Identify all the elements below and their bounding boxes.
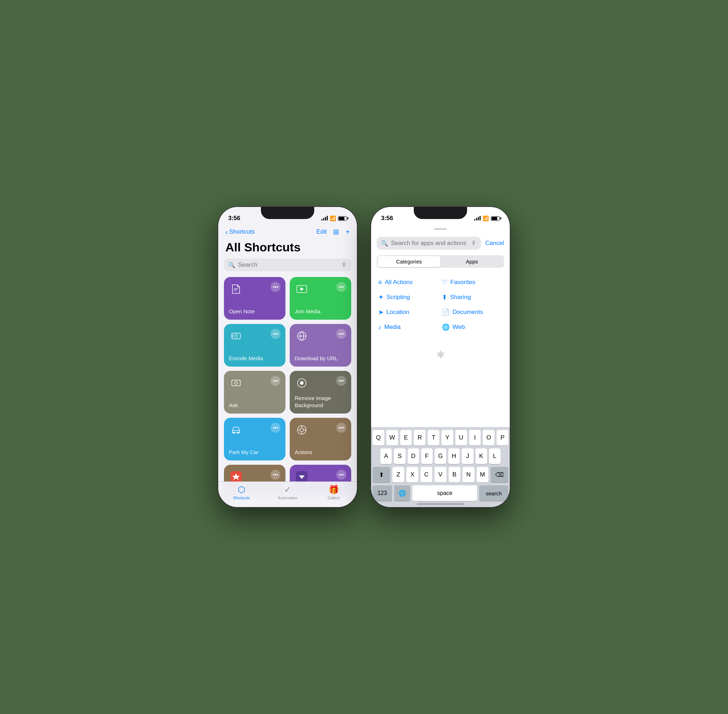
segment-apps[interactable]: Apps: [440, 256, 503, 267]
svg-point-14: [233, 432, 235, 434]
key-m[interactable]: M: [477, 467, 488, 483]
category-favorites[interactable]: ♡ Favorites: [440, 275, 504, 290]
svg-rect-0: [234, 288, 238, 289]
segment-categories[interactable]: Categories: [377, 256, 440, 267]
key-e[interactable]: E: [400, 430, 412, 446]
svg-point-11: [235, 381, 237, 384]
key-c[interactable]: C: [421, 467, 432, 483]
edit-button[interactable]: Edit: [316, 228, 327, 236]
download-url-more[interactable]: •••: [336, 329, 346, 339]
mic-icon[interactable]: 🎙: [341, 262, 347, 268]
key-i[interactable]: I: [469, 430, 481, 446]
key-q[interactable]: Q: [373, 430, 384, 446]
location-icon: ➤: [378, 308, 383, 316]
back-label: Shortcuts: [229, 228, 255, 236]
key-z[interactable]: Z: [392, 467, 404, 483]
search-input[interactable]: [238, 261, 339, 268]
shortcut-open-note[interactable]: ••• Open Note: [224, 277, 285, 320]
liked-words-more[interactable]: •••: [336, 470, 346, 480]
key-s[interactable]: S: [394, 448, 405, 464]
shortcut-download-url[interactable]: ••• Download by URL: [290, 324, 351, 367]
encode-media-icon: [229, 329, 243, 343]
add-button[interactable]: +: [346, 228, 350, 236]
grid-icon[interactable]: ⊞: [333, 228, 339, 236]
tab-gallery[interactable]: 🎁 Gallery: [311, 484, 357, 500]
key-v[interactable]: V: [434, 467, 446, 483]
category-location[interactable]: ➤ Location: [377, 305, 440, 320]
ask-label: Ask: [229, 402, 280, 409]
search-field[interactable]: 🔍 🎙: [377, 237, 481, 250]
goodlinks-more[interactable]: •••: [271, 470, 280, 480]
time-left: 3:56: [228, 215, 240, 222]
documents-label: Documents: [452, 309, 483, 316]
shortcut-ask[interactable]: ••• Ask: [224, 371, 285, 414]
shortcut-actions[interactable]: ••• Actions: [290, 418, 351, 460]
join-media-label: Join Media: [295, 308, 346, 315]
key-w[interactable]: W: [386, 430, 398, 446]
web-label: Web: [452, 324, 465, 331]
back-button[interactable]: ‹ Shortcuts: [225, 228, 255, 236]
key-x[interactable]: X: [406, 467, 418, 483]
key-l[interactable]: L: [489, 448, 500, 464]
key-j[interactable]: J: [462, 448, 473, 464]
tab-automation[interactable]: ✓ Automation: [264, 484, 311, 500]
shortcuts-screen: 3:56 📶 ‹ Sh: [218, 207, 357, 507]
encode-media-more[interactable]: •••: [271, 329, 280, 339]
category-media[interactable]: ♪ Media: [377, 320, 440, 334]
loading-area: ✱: [371, 334, 510, 375]
key-u[interactable]: U: [455, 430, 467, 446]
page-title: All Shortcuts: [218, 239, 357, 258]
tab-shortcuts[interactable]: ⬡ Shortcuts: [218, 484, 264, 500]
shortcut-park-car[interactable]: ••• Park My Car: [224, 418, 285, 460]
category-documents[interactable]: 📄 Documents: [440, 305, 504, 320]
category-all-actions[interactable]: ≡ All Actions: [377, 275, 440, 290]
notch-right: [414, 207, 467, 219]
shortcut-encode-media[interactable]: ••• Encode Media: [224, 324, 285, 367]
park-car-label: Park My Car: [229, 449, 280, 456]
signal-icon: [321, 216, 328, 220]
search-screen: 3:56 📶: [371, 207, 510, 507]
space-key[interactable]: space: [412, 485, 477, 501]
key-p[interactable]: P: [497, 430, 508, 446]
park-car-more[interactable]: •••: [271, 423, 280, 433]
key-n[interactable]: N: [463, 467, 474, 483]
phone-search: 3:56 📶: [371, 207, 510, 507]
key-g[interactable]: G: [435, 448, 446, 464]
media-icon: ♪: [378, 324, 381, 331]
key-f[interactable]: F: [421, 448, 433, 464]
favorites-icon: ♡: [442, 278, 448, 286]
globe-key[interactable]: 🌐: [394, 485, 410, 501]
join-media-more[interactable]: •••: [336, 282, 346, 292]
key-d[interactable]: D: [408, 448, 419, 464]
app-search-input[interactable]: [391, 240, 468, 247]
category-web[interactable]: 🌐 Web: [440, 320, 504, 334]
key-y[interactable]: Y: [442, 430, 453, 446]
key-b[interactable]: B: [449, 467, 460, 483]
remove-bg-more[interactable]: •••: [336, 376, 346, 386]
shortcuts-search[interactable]: 🔍 🎙: [224, 258, 351, 271]
actions-more[interactable]: •••: [336, 423, 346, 433]
mic-icon-right[interactable]: 🎙: [471, 240, 477, 246]
open-note-more[interactable]: •••: [271, 282, 280, 292]
shortcut-remove-bg[interactable]: ••• Remove Image Background: [290, 371, 351, 414]
cancel-button[interactable]: Cancel: [485, 240, 504, 247]
key-t[interactable]: T: [428, 430, 439, 446]
battery-icon-right: [491, 216, 500, 221]
numbers-key[interactable]: 123: [373, 485, 392, 501]
ask-more[interactable]: •••: [271, 376, 280, 386]
category-scripting[interactable]: ✦ Scripting: [377, 290, 440, 305]
svg-marker-23: [232, 473, 240, 480]
shortcut-join-media[interactable]: ••• Join Media: [290, 277, 351, 320]
key-h[interactable]: H: [448, 448, 460, 464]
key-k[interactable]: K: [476, 448, 487, 464]
keyboard-row-3: ⬆ Z X C V B N M ⌫: [373, 467, 508, 483]
key-o[interactable]: O: [483, 430, 494, 446]
key-a[interactable]: A: [380, 448, 392, 464]
category-sharing[interactable]: ⬆ Sharing: [440, 290, 504, 305]
shift-key[interactable]: ⬆: [373, 467, 390, 483]
search-key[interactable]: search: [479, 485, 508, 501]
key-r[interactable]: R: [414, 430, 425, 446]
delete-key[interactable]: ⌫: [491, 467, 508, 483]
download-url-label: Download by URL: [295, 355, 346, 362]
scripting-icon: ✦: [378, 293, 383, 301]
